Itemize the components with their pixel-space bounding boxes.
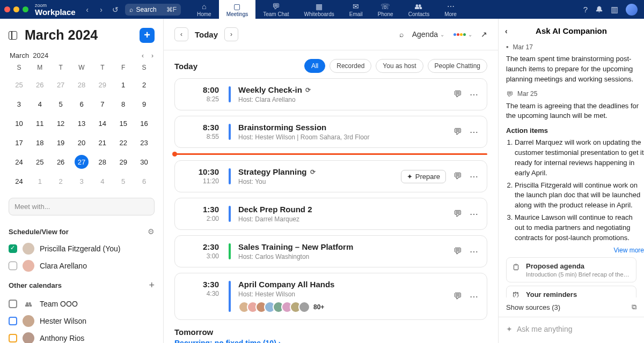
sidebar-toggle-icon[interactable] [9, 31, 17, 40]
chat-icon[interactable]: 💬︎ [453, 247, 462, 256]
prepare-button[interactable]: ✦Prepare [401, 170, 446, 183]
chat-icon[interactable]: 💬︎ [453, 172, 462, 181]
calendar-day[interactable]: 5 [113, 174, 134, 188]
more-icon[interactable]: ⋯ [470, 90, 478, 100]
calendar-day[interactable]: 1 [113, 78, 134, 92]
nav-fwd-icon[interactable]: › [96, 4, 107, 15]
calendar-day[interactable]: 7 [92, 97, 113, 111]
calendar-day[interactable]: 26 [30, 78, 50, 92]
calendar-day[interactable]: 28 [92, 155, 113, 169]
chat-icon[interactable]: 💬︎ [453, 209, 462, 219]
calendar-day[interactable]: 14 [92, 116, 113, 130]
calendar-day[interactable]: 24 [9, 174, 30, 188]
calendar-day[interactable]: 29 [92, 78, 113, 92]
calendar-day[interactable]: 18 [30, 136, 50, 150]
prev-month-icon[interactable]: ‹ [142, 52, 144, 59]
calendar-day[interactable]: 2 [50, 174, 71, 188]
nav-home[interactable]: ⌂Home [189, 0, 219, 19]
calendar-day[interactable]: 1 [30, 174, 50, 188]
view-select[interactable]: Agenda⌄ [412, 30, 444, 39]
pop-out-icon[interactable]: ↗ [481, 30, 487, 39]
profile-avatar[interactable] [626, 4, 638, 16]
next-day-button[interactable]: › [224, 27, 238, 41]
calendar-day[interactable]: 8 [113, 97, 134, 111]
calendar-day[interactable]: 2 [134, 78, 155, 92]
calendar-other[interactable]: 👥︎Team OOO [9, 295, 155, 312]
view-more-link[interactable]: View more [506, 247, 644, 254]
calendar-day[interactable]: 25 [9, 78, 30, 92]
nav-more[interactable]: ⋯More [437, 0, 464, 19]
show-sources[interactable]: Show sources (3)⧉ [499, 297, 644, 317]
today-button[interactable]: Today [195, 30, 218, 39]
filter-chip[interactable]: You as host [376, 59, 423, 73]
calendar-day[interactable]: 29 [113, 155, 134, 169]
calendar-day[interactable]: 11 [30, 116, 50, 130]
search-icon[interactable]: ⌕ [399, 30, 404, 39]
calendar-day[interactable]: 21 [92, 136, 113, 150]
calendar-day[interactable]: 22 [113, 136, 134, 150]
prev-day-button[interactable]: ‹ [174, 27, 188, 41]
search-input[interactable]: ⌕Search⌘F [125, 4, 181, 16]
calendar-day[interactable]: 15 [113, 116, 134, 130]
nav-phone[interactable]: ☏Phone [370, 0, 401, 19]
mini-calendar[interactable]: March 2024 ‹› SMTWTFS2526272829123456789… [9, 49, 155, 188]
panel-back-icon[interactable]: ‹ [505, 27, 508, 35]
calendar-day[interactable]: 3 [9, 97, 30, 111]
calendar-day[interactable]: 4 [30, 97, 50, 111]
calendar-person[interactable]: Clara Arellano [9, 257, 155, 274]
calendar-day[interactable]: 4 [92, 174, 113, 188]
calendar-day[interactable]: 28 [71, 78, 92, 92]
calendar-day[interactable]: 27 [50, 78, 71, 92]
filter-chip[interactable]: Recorded [330, 59, 371, 73]
meeting-card[interactable]: 10:3011:20 Strategy Planning ⟳Host: You … [174, 160, 487, 192]
calendar-day[interactable]: 20 [71, 136, 92, 150]
help-icon[interactable]: ? [583, 5, 588, 14]
more-icon[interactable]: ⋯ [470, 292, 478, 302]
nav-team-chat[interactable]: 💬︎Team Chat [255, 0, 296, 19]
new-event-button[interactable]: + [140, 28, 155, 43]
gear-icon[interactable]: ⚙ [148, 227, 155, 236]
add-calendar-icon[interactable]: + [149, 280, 155, 291]
chat-icon[interactable]: 💬︎ [453, 90, 462, 99]
calendar-day[interactable]: 30 [134, 155, 155, 169]
chat-icon[interactable]: 💬︎ [453, 127, 462, 137]
nav-meetings[interactable]: ▢Meetings [219, 0, 256, 19]
checkbox[interactable] [9, 334, 17, 342]
calendar-day[interactable]: 16 [134, 116, 155, 130]
more-icon[interactable]: ⋯ [470, 247, 478, 257]
checkbox[interactable] [9, 300, 17, 308]
meet-with-input[interactable]: Meet with... [9, 198, 155, 215]
calendar-day[interactable]: 23 [134, 136, 155, 150]
calendar-day[interactable]: 6 [134, 174, 155, 188]
meeting-card[interactable]: 8:308:55 Brainstorming SessionHost: Hest… [174, 116, 487, 148]
next-month-icon[interactable]: › [151, 52, 153, 59]
calendar-day[interactable]: 6 [71, 97, 92, 111]
calendar-other[interactable]: Anthony Rios [9, 330, 155, 343]
calendar-day[interactable]: 17 [9, 136, 30, 150]
nav-email[interactable]: ✉Email [342, 0, 370, 19]
google-cal-select[interactable]: ⌄ [453, 32, 472, 38]
recurring-link[interactable]: Recurring: no fixed time (10)› [174, 339, 487, 343]
checkbox[interactable] [9, 244, 17, 253]
checkbox[interactable] [9, 262, 17, 270]
checkbox[interactable] [9, 317, 17, 325]
calendar-day[interactable]: 26 [50, 155, 71, 169]
meeting-card[interactable]: 8:008:25 Weekly Check-in ⟳Host: Clara Ar… [174, 78, 487, 110]
calendar-day[interactable]: 27 [75, 155, 89, 169]
meeting-card[interactable]: 1:302:00 Deck Prep Round 2Host: Darrel M… [174, 198, 487, 230]
bell-icon[interactable]: 🔔︎ [595, 5, 603, 14]
chat-icon[interactable]: 💬︎ [453, 292, 462, 301]
proposed-agenda-card[interactable]: 📋︎ Proposed agenda Introduction (5 min) … [506, 257, 636, 282]
calendar-day[interactable]: 24 [9, 155, 30, 169]
calendar-day[interactable]: 12 [50, 116, 71, 130]
calendar-day[interactable]: 9 [134, 97, 155, 111]
calendar-day[interactable]: 19 [50, 136, 71, 150]
meeting-card[interactable]: 2:303:00 Sales Training – New PlatformHo… [174, 235, 487, 267]
calendar-day[interactable]: 10 [9, 116, 30, 130]
calendar-day[interactable]: 25 [30, 155, 50, 169]
history-icon[interactable]: ↺ [110, 4, 121, 15]
meeting-card[interactable]: 3:304:30 April Company All HandsHost: He… [174, 273, 487, 320]
calendar-other[interactable]: Hester Wilson [9, 312, 155, 330]
panel-icon[interactable]: ▥ [611, 5, 618, 14]
nav-contacts[interactable]: 👥︎Contacts [401, 0, 437, 19]
